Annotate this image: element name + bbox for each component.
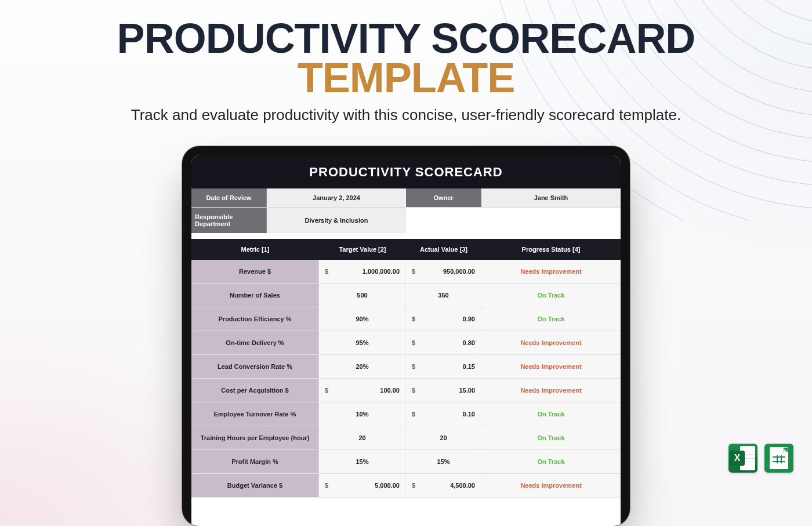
meta-dept-label: Responsible Department — [191, 208, 267, 233]
cell-status: Needs Improvement — [481, 355, 621, 378]
meta-owner-label: Owner — [406, 188, 481, 207]
cell-actual: $4,500.00 — [406, 474, 481, 497]
table-row: Budget Variance $$5,000.00$4,500.00Needs… — [191, 474, 621, 498]
cell-actual: $0.15 — [406, 355, 481, 378]
cell-status: On Track — [481, 450, 621, 473]
th-metric: Metric [1] — [191, 239, 319, 260]
cell-actual: $0.80 — [406, 331, 481, 354]
cell-metric: Employee Turnover Rate % — [191, 402, 319, 426]
cell-target: 500 — [319, 284, 406, 307]
th-actual: Actual Value [3] — [406, 239, 481, 260]
cell-metric: On-time Delivery % — [191, 331, 319, 354]
cell-metric: Budget Variance $ — [191, 474, 319, 497]
cell-metric: Training Hours per Employee (hour) — [191, 426, 319, 449]
cell-status: Needs Improvement — [481, 331, 621, 354]
cell-target: 95% — [319, 331, 406, 354]
cell-target: 10% — [319, 402, 406, 426]
cell-actual: $950,000.00 — [406, 260, 481, 283]
hero-title-line2: TEMPLATE — [298, 55, 515, 101]
cell-target: 20% — [319, 355, 406, 378]
meta-owner-value: Jane Smith — [481, 188, 621, 207]
cell-actual: $0.90 — [406, 307, 481, 331]
cell-status: Needs Improvement — [481, 474, 621, 497]
table-row: Profit Margin %15%15%On Track — [191, 450, 621, 474]
table-header: Metric [1] Target Value [2] Actual Value… — [191, 239, 621, 260]
meta-dept-value: Diversity & Inclusion — [267, 208, 406, 233]
hero-subtitle: Track and evaluate productivity with thi… — [0, 106, 812, 124]
cell-status: Needs Improvement — [481, 260, 621, 283]
cell-status: Needs Improvement — [481, 379, 621, 402]
cell-actual: $15.00 — [406, 379, 481, 402]
cell-status: On Track — [481, 426, 621, 449]
cell-status: On Track — [481, 307, 621, 331]
meta-blank — [406, 208, 621, 233]
cell-metric: Number of Sales — [191, 284, 319, 307]
scorecard-meta: Date of Review January 2, 2024 Owner Jan… — [191, 188, 621, 233]
table-row: Revenue $$1,000,000.00$950,000.00Needs I… — [191, 260, 621, 284]
excel-icon: X — [728, 444, 757, 473]
cell-status: On Track — [481, 284, 621, 307]
cell-metric: Cost per Acquisition $ — [191, 379, 319, 402]
cell-metric: Lead Conversion Rate % — [191, 355, 319, 378]
th-target: Target Value [2] — [319, 239, 406, 260]
cell-actual: 20 — [406, 426, 481, 449]
cell-metric: Revenue $ — [191, 260, 319, 283]
th-status: Progress Status [4] — [481, 239, 621, 260]
cell-target: $100.00 — [319, 379, 406, 402]
table-row: Production Efficiency %90%$0.90On Track — [191, 307, 621, 331]
table-row: Cost per Acquisition $$100.00$15.00Needs… — [191, 379, 621, 402]
cell-target: $5,000.00 — [319, 474, 406, 497]
meta-date-label: Date of Review — [191, 188, 267, 207]
tablet-frame: PRODUCTIVITY SCORECARD Date of Review Ja… — [182, 146, 630, 526]
cell-metric: Profit Margin % — [191, 450, 319, 473]
cell-actual: $0.10 — [406, 402, 481, 426]
scorecard-title: PRODUCTIVITY SCORECARD — [191, 155, 621, 188]
cell-target: 20 — [319, 426, 406, 449]
table-body: Revenue $$1,000,000.00$950,000.00Needs I… — [191, 260, 621, 498]
hero: PRODUCTIVITY SCORECARD TEMPLATE Track an… — [0, 0, 812, 124]
hero-title: PRODUCTIVITY SCORECARD TEMPLATE — [0, 19, 812, 98]
cell-target: 15% — [319, 450, 406, 473]
cell-actual: 15% — [406, 450, 481, 473]
table-row: On-time Delivery %95%$0.80Needs Improvem… — [191, 331, 621, 355]
cell-metric: Production Efficiency % — [191, 307, 319, 331]
tablet-screen: PRODUCTIVITY SCORECARD Date of Review Ja… — [191, 155, 621, 526]
cell-actual: 350 — [406, 284, 481, 307]
cell-status: On Track — [481, 402, 621, 426]
cell-target: 90% — [319, 307, 406, 331]
app-icons: X — [728, 444, 793, 473]
table-row: Training Hours per Employee (hour)2020On… — [191, 426, 621, 450]
meta-date-value: January 2, 2024 — [267, 188, 406, 207]
table-row: Lead Conversion Rate %20%$0.15Needs Impr… — [191, 355, 621, 379]
table-row: Employee Turnover Rate %10%$0.10On Track — [191, 402, 621, 426]
google-sheets-icon — [764, 444, 793, 473]
cell-target: $1,000,000.00 — [319, 260, 406, 283]
table-row: Number of Sales500350On Track — [191, 284, 621, 307]
